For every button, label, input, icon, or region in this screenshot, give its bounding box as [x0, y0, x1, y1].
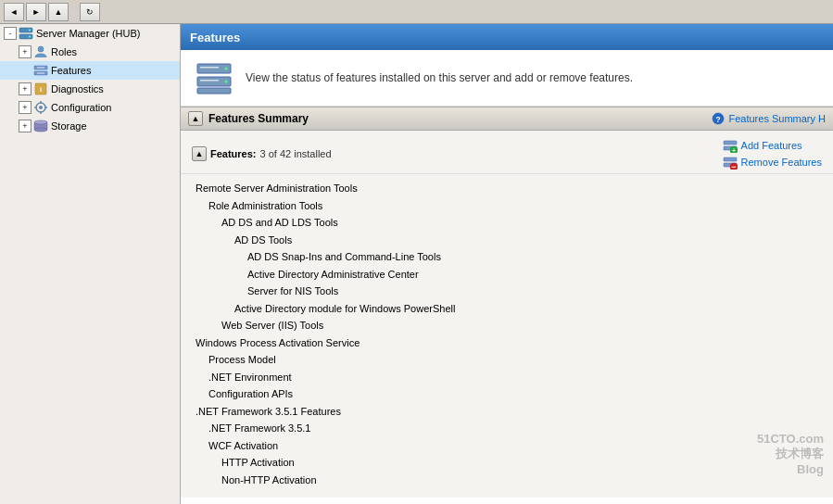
forward-button[interactable]: ►: [26, 3, 46, 21]
feature-list-item: Web Server (IIS) Tools: [196, 317, 818, 334]
features-banner-text: View the status of features installed on…: [246, 71, 633, 84]
section-header-left: ▲ Features Summary: [188, 111, 309, 126]
add-features-icon: +: [723, 138, 738, 153]
feature-list-item: HTTP Activation: [196, 454, 818, 472]
features-label: Features:: [210, 148, 257, 159]
storage-expand-icon[interactable]: +: [19, 120, 32, 132]
server-icon: [19, 26, 33, 41]
features-summary-link-label: Features Summary H: [728, 113, 826, 124]
svg-point-2: [29, 30, 31, 32]
root-expand-icon[interactable]: -: [4, 27, 17, 40]
features-count: 3 of 42 installed: [260, 148, 332, 159]
sidebar-roles-label: Roles: [51, 46, 77, 57]
refresh-button[interactable]: ↻: [80, 3, 100, 21]
sidebar-storage-label: Storage: [51, 120, 87, 132]
configuration-expand-icon[interactable]: +: [19, 101, 32, 114]
features-actions: + Add Features − Remove Features: [723, 138, 822, 170]
feature-list-item: .NET Environment: [196, 369, 818, 386]
roles-icon: [33, 44, 48, 59]
sidebar-configuration-label: Configuration: [51, 102, 111, 113]
feature-list-item: AD DS Snap-Ins and Command-Line Tools: [196, 248, 818, 266]
feature-list-item: Windows Process Activation Service: [196, 334, 818, 352]
svg-rect-33: [724, 158, 737, 161]
feature-list-item: WCF Activation: [196, 437, 818, 455]
diagnostics-expand-icon[interactable]: +: [19, 82, 32, 95]
content-title: Features: [190, 31, 240, 44]
diagnostics-icon: i: [33, 82, 48, 96]
svg-point-24: [225, 81, 228, 83]
toolbar: ◄ ► ▲ ↻: [0, 0, 833, 24]
add-features-link[interactable]: + Add Features: [723, 138, 802, 153]
sidebar-item-diagnostics[interactable]: + i Diagnostics: [0, 80, 180, 98]
feature-list-item: AD DS Tools: [196, 232, 818, 249]
up-button[interactable]: ▲: [48, 3, 69, 21]
remove-features-link[interactable]: − Remove Features: [723, 155, 822, 170]
content-area: Features View the status of features ins…: [181, 24, 833, 504]
svg-rect-26: [200, 80, 219, 82]
sidebar-root-label: Server Manager (HUB): [36, 28, 140, 39]
svg-text:−: −: [731, 162, 736, 170]
content-header: Features: [181, 24, 833, 50]
feature-list-item: Remote Server Administration Tools: [196, 180, 818, 197]
feature-list-item: Active Directory Administrative Center: [196, 266, 818, 284]
svg-point-18: [34, 120, 47, 124]
svg-point-4: [38, 46, 44, 52]
svg-text:+: +: [732, 147, 736, 154]
feature-list-item: .NET Framework 3.5.1: [196, 420, 818, 437]
svg-point-3: [29, 36, 31, 38]
features-banner: View the status of features installed on…: [181, 50, 833, 107]
features-subheader-left: ▲ Features: 3 of 42 installed: [192, 146, 332, 161]
svg-point-19: [34, 128, 47, 132]
features-collapse-icon[interactable]: ▲: [192, 146, 207, 161]
sidebar-root[interactable]: - Server Manager (HUB): [0, 24, 180, 43]
section-title: Features Summary: [208, 112, 309, 125]
svg-rect-25: [200, 67, 219, 69]
features-banner-icon: [196, 59, 233, 96]
features-icon: [33, 63, 48, 78]
roles-expand-icon[interactable]: +: [19, 45, 32, 58]
help-icon: ?: [712, 112, 725, 125]
sidebar-item-features[interactable]: Features: [0, 61, 180, 80]
feature-list-item: AD DS and AD LDS Tools: [196, 214, 818, 232]
storage-icon: [33, 119, 48, 133]
feature-list-item: .NET Framework 3.5.1 Features: [196, 403, 818, 421]
sidebar-features-label: Features: [51, 65, 91, 76]
section-header: ▲ Features Summary ? Features Summary H: [181, 107, 833, 131]
feature-list-item: Server for NIS Tools: [196, 283, 818, 300]
svg-rect-22: [197, 88, 231, 94]
feature-list-item: Non-HTTP Activation: [196, 472, 818, 489]
sidebar-item-storage[interactable]: + Storage: [0, 117, 180, 135]
remove-features-label: Remove Features: [741, 157, 822, 168]
features-summary-link[interactable]: ? Features Summary H: [712, 112, 826, 125]
sidebar-diagnostics-label: Diagnostics: [51, 83, 104, 94]
feature-list-item: Active Directory module for Windows Powe…: [196, 300, 818, 318]
collapse-icon[interactable]: ▲: [188, 111, 203, 126]
back-button[interactable]: ◄: [4, 3, 24, 21]
feature-list: Remote Server Administration ToolsRole A…: [181, 174, 833, 494]
svg-point-12: [39, 106, 43, 109]
sidebar-item-roles[interactable]: + Roles: [0, 43, 180, 61]
remove-features-icon: −: [723, 155, 738, 170]
features-subheader: ▲ Features: 3 of 42 installed + Add Feat…: [181, 134, 833, 174]
feature-list-item: Configuration APIs: [196, 385, 818, 403]
configuration-icon: [33, 100, 48, 115]
sidebar-item-configuration[interactable]: + Configuration: [0, 98, 180, 117]
add-features-label: Add Features: [741, 140, 802, 151]
svg-rect-29: [724, 141, 737, 145]
feature-list-item: Process Model: [196, 351, 818, 369]
feature-list-item: Role Administration Tools: [196, 197, 818, 215]
features-subsection: ▲ Features: 3 of 42 installed + Add Feat…: [181, 131, 833, 498]
svg-text:i: i: [40, 85, 42, 94]
main-layout: - Server Manager (HUB) + Roles: [0, 24, 833, 504]
sidebar: - Server Manager (HUB) + Roles: [0, 24, 181, 504]
svg-text:?: ?: [716, 115, 722, 124]
svg-point-23: [225, 68, 228, 70]
